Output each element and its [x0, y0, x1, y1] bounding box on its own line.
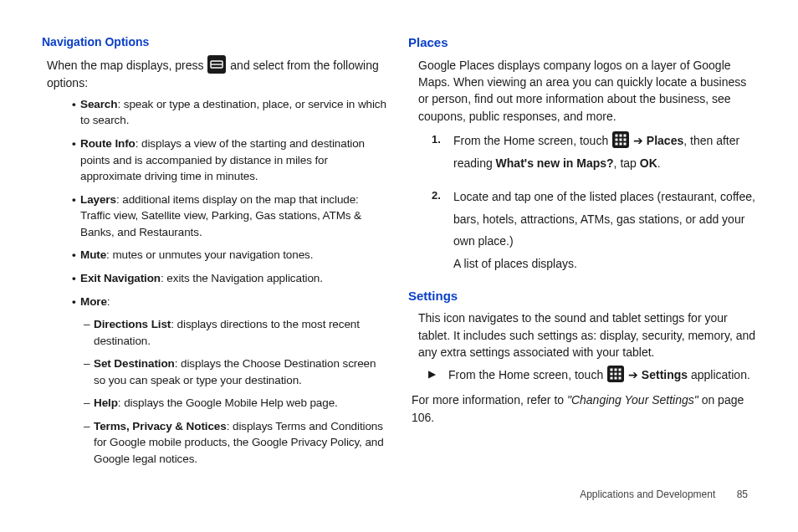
- bullet-label: Search: [80, 98, 117, 110]
- svg-rect-12: [624, 142, 627, 145]
- s1-whats: What's new in Maps?: [496, 156, 614, 170]
- svg-rect-8: [620, 138, 622, 141]
- svg-rect-17: [611, 373, 613, 376]
- s1-e: .: [657, 156, 661, 170]
- svg-rect-7: [616, 138, 618, 141]
- settings-step: ▶ From the Home screen, touch ➔ Settings…: [428, 366, 756, 383]
- places-intro: Google Places displays company logos on …: [418, 57, 756, 125]
- sub-help: – Help: displays the Google Mobile Help …: [84, 395, 386, 412]
- settings-step-a: From the Home screen, touch: [448, 368, 606, 381]
- sub-directions: – Directions List: displays directions t…: [84, 316, 386, 349]
- bullet-label: Mute: [80, 248, 106, 261]
- bullet-text: : exits the Navigation application.: [161, 272, 323, 284]
- s1-arrow: ➔: [630, 134, 647, 147]
- bullet-label: Layers: [80, 193, 116, 206]
- svg-rect-21: [615, 377, 617, 380]
- bullet-dot: •: [72, 270, 80, 287]
- nav-bullet-list: • Search: speak or type a destination, p…: [72, 96, 386, 309]
- left-column: Navigation Options When the map displays…: [42, 33, 386, 474]
- bullet-text: :: [107, 295, 110, 308]
- bullet-layers: • Layers: additional items display on th…: [72, 192, 386, 241]
- settings-step-arrow: ➔: [625, 368, 642, 381]
- svg-rect-22: [619, 377, 622, 380]
- sub-dash: –: [84, 418, 94, 468]
- s1-a: From the Home screen, touch: [453, 134, 611, 147]
- svg-rect-9: [624, 138, 627, 141]
- bullet-label: Route Info: [80, 137, 136, 150]
- svg-rect-15: [615, 369, 617, 371]
- settings-heading: Settings: [408, 287, 756, 305]
- menu-icon: [207, 55, 226, 74]
- s1-d: , tap: [614, 156, 640, 170]
- nav-intro: When the map displays, press and select …: [47, 55, 386, 91]
- bullet-dot: •: [72, 247, 80, 263]
- svg-rect-19: [619, 373, 622, 376]
- sub-terms: – Terms, Privacy & Notices: displays Ter…: [84, 418, 386, 468]
- nav-intro-a: When the map displays, press: [47, 59, 207, 72]
- svg-rect-11: [620, 142, 622, 145]
- s2-text: Locate and tap one of the listed places …: [453, 190, 755, 248]
- page-number: 85: [737, 488, 748, 502]
- s2-tail: A list of places displays.: [453, 257, 577, 270]
- sub-label: Terms, Privacy & Notices: [94, 420, 227, 432]
- svg-rect-10: [616, 142, 618, 145]
- places-heading: Places: [408, 33, 756, 52]
- nav-options-heading: Navigation Options: [42, 33, 386, 50]
- apps-grid-icon: [607, 366, 624, 382]
- arrow-bullet-icon: ▶: [428, 366, 448, 381]
- bullet-label: More: [80, 295, 107, 308]
- step-number: 1.: [432, 130, 453, 174]
- settings-ref: For more information, refer to "Changing…: [412, 391, 756, 426]
- bullet-dot: •: [72, 96, 80, 129]
- bullet-label: Exit Navigation: [80, 272, 161, 284]
- settings-step-c: application.: [688, 368, 750, 381]
- page-footer: Applications and Development 85: [580, 488, 748, 502]
- svg-rect-14: [611, 369, 613, 371]
- sub-label: Help: [94, 396, 118, 409]
- settings-label: Settings: [642, 368, 688, 381]
- sub-dash: –: [84, 395, 94, 412]
- bullet-exitnav: • Exit Navigation: exits the Navigation …: [72, 270, 386, 287]
- svg-rect-20: [611, 377, 613, 380]
- sub-dash: –: [84, 316, 94, 349]
- svg-rect-16: [619, 369, 622, 371]
- svg-rect-18: [615, 373, 617, 376]
- bullet-routeinfo: • Route Info: displays a view of the sta…: [72, 136, 386, 185]
- bullet-more: • More:: [72, 294, 386, 310]
- step-number: 2.: [432, 186, 453, 274]
- apps-grid-icon: [612, 131, 629, 148]
- bullet-dot: •: [72, 294, 80, 310]
- sub-dash: –: [84, 356, 94, 388]
- svg-rect-5: [620, 134, 622, 136]
- bullet-dot: •: [72, 192, 80, 241]
- more-sub-list: – Directions List: displays directions t…: [84, 316, 386, 468]
- sub-text: : displays the Google Mobile Help web pa…: [118, 396, 338, 409]
- bullet-dot: •: [72, 136, 80, 185]
- sub-label: Set Destination: [94, 357, 175, 370]
- bullet-mute: • Mute: mutes or unmutes your navigation…: [72, 247, 386, 263]
- s1-places: Places: [647, 134, 683, 147]
- sub-label: Directions List: [94, 318, 171, 330]
- ref-a: For more information, refer to: [412, 393, 567, 407]
- bullet-text: : speak or type a destination, place, or…: [80, 98, 386, 127]
- s1-ok: OK: [640, 156, 657, 170]
- svg-rect-6: [624, 134, 627, 136]
- chapter-name: Applications and Development: [580, 489, 715, 500]
- bullet-text: : mutes or unmutes your navigation tones…: [106, 248, 313, 261]
- ref-title: "Changing Your Settings": [567, 393, 698, 407]
- places-step-2: 2. Locate and tap one of the listed plac…: [432, 186, 756, 274]
- places-step-1: 1. From the Home screen, touch ➔ Places,…: [432, 130, 756, 174]
- right-column: Places Google Places displays company lo…: [412, 33, 756, 474]
- settings-intro: This icon navigates to the sound and tab…: [418, 309, 756, 361]
- svg-rect-4: [616, 134, 618, 136]
- places-steps: 1. From the Home screen, touch ➔ Places,…: [432, 130, 756, 275]
- bullet-search: • Search: speak or type a destination, p…: [72, 96, 386, 129]
- bullet-text: : additional items display on the map th…: [80, 193, 361, 238]
- sub-setdest: – Set Destination: displays the Choose D…: [84, 356, 386, 388]
